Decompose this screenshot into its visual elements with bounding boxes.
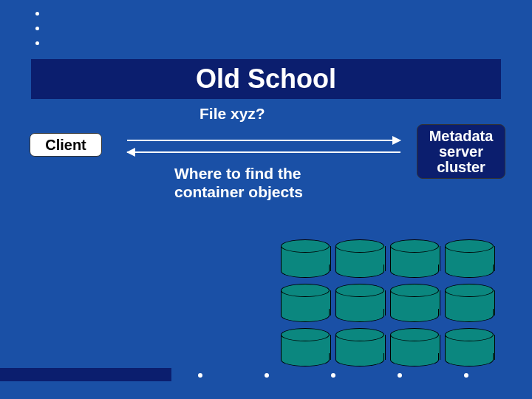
storage-cylinder-icon: [390, 239, 439, 278]
storage-cylinder-icon: [281, 328, 330, 366]
metadata-label: Metadata server cluster: [417, 129, 505, 175]
client-node: Client: [30, 133, 102, 157]
storage-cylinder-icon: [335, 239, 384, 278]
response-caption: Where to find the container objects: [174, 164, 322, 201]
arrow-request: [127, 140, 400, 141]
footer-dot: [331, 373, 335, 378]
storage-cylinder-icon: [390, 328, 439, 366]
footer-dot: [398, 373, 402, 378]
storage-cylinder-icon: [390, 284, 439, 322]
storage-cylinder-icon: [445, 284, 494, 322]
storage-cylinder-icon: [281, 284, 330, 322]
query-label: File xyz?: [200, 105, 265, 123]
cylinder-row: [281, 284, 502, 322]
metadata-server-node: Metadata server cluster: [417, 124, 505, 179]
bullet-dot: [35, 12, 39, 16]
storage-cylinder-icon: [335, 328, 384, 366]
storage-cylinder-icon: [335, 284, 384, 322]
arrow-response: [127, 151, 400, 153]
bullet-dot: [35, 41, 39, 45]
storage-cylinder-icon: [445, 239, 494, 278]
cylinder-row: [281, 239, 502, 278]
bullet-dot: [35, 27, 39, 30]
storage-cylinder-icon: [281, 239, 330, 278]
cylinder-row: [281, 328, 502, 366]
title-banner: Old School: [31, 59, 501, 99]
storage-cylinder-icon: [445, 328, 494, 366]
slide: Old School File xyz? Client Metadata ser…: [0, 0, 532, 399]
storage-cylinder-grid: [281, 239, 502, 372]
client-label: Client: [45, 137, 86, 154]
footer-bar: [0, 368, 171, 381]
footer-dot: [265, 373, 269, 378]
footer-dot: [464, 373, 468, 378]
slide-title: Old School: [196, 64, 336, 95]
footer-dot: [198, 373, 202, 378]
